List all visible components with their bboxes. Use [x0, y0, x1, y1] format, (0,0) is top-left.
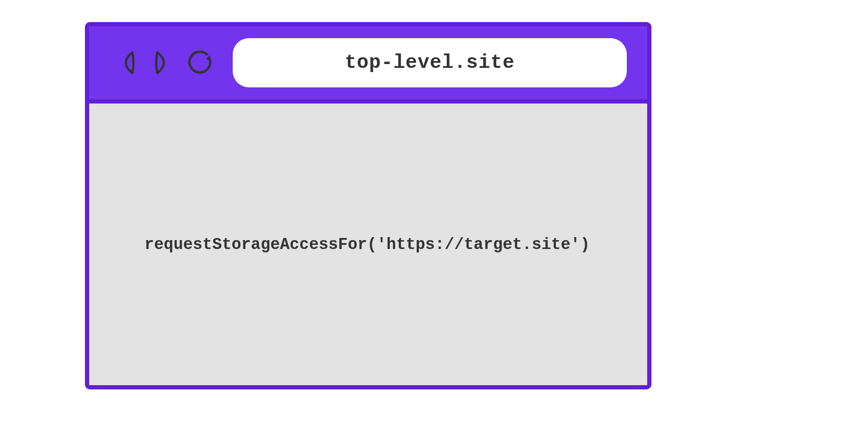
address-bar[interactable]: top-level.site [233, 38, 627, 87]
forward-icon[interactable] [150, 49, 175, 77]
nav-controls [115, 48, 216, 78]
browser-window: top-level.site requestStorageAccessFor('… [85, 22, 651, 389]
code-snippet: requestStorageAccessFor('https://target.… [144, 235, 590, 254]
address-text: top-level.site [345, 52, 515, 74]
browser-toolbar: top-level.site [89, 26, 647, 104]
reload-icon[interactable] [186, 48, 216, 78]
page-content: requestStorageAccessFor('https://target.… [89, 104, 647, 385]
back-icon[interactable] [115, 49, 139, 77]
